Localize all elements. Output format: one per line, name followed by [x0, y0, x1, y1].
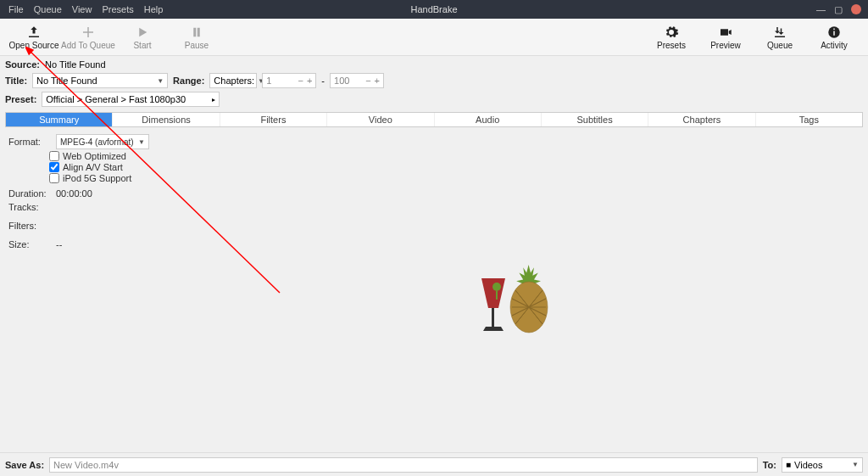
- download-queue-icon: [772, 24, 787, 41]
- upload-icon: [26, 24, 42, 41]
- plus-icon[interactable]: +: [375, 76, 380, 86]
- pause-label: Pause: [185, 41, 209, 50]
- chapter-end-value: 100: [334, 76, 349, 86]
- chevron-down-icon: ▼: [157, 77, 164, 85]
- range-label: Range:: [173, 76, 204, 86]
- svg-rect-2: [833, 29, 835, 31]
- duration-label: Duration:: [8, 188, 49, 199]
- tab-bar: Summary Dimensions Filters Video Audio S…: [5, 112, 863, 127]
- tab-tags[interactable]: Tags: [756, 113, 862, 126]
- presets-button[interactable]: Presets: [644, 24, 698, 50]
- window-title: HandBrake: [410, 4, 457, 14]
- saveas-input[interactable]: New Video.m4v: [49, 457, 758, 473]
- svg-rect-3: [492, 308, 494, 327]
- open-source-button[interactable]: Open Source: [7, 24, 61, 50]
- size-label: Size:: [8, 239, 49, 249]
- camera-icon: ■: [786, 460, 791, 469]
- saveas-filename: New Video.m4v: [53, 460, 119, 470]
- tracks-label: Tracks:: [8, 202, 49, 212]
- tab-audio[interactable]: Audio: [435, 113, 542, 126]
- play-icon: [135, 24, 150, 41]
- destination-value: Videos: [794, 460, 822, 470]
- ipod-5g-checkbox[interactable]: iPod 5G Support: [49, 173, 860, 183]
- ipod-5g-label: iPod 5G Support: [63, 173, 131, 183]
- title-dropdown[interactable]: No Title Found ▼: [32, 73, 168, 88]
- chapter-end-input[interactable]: 100 −+: [330, 73, 384, 88]
- preview-label: Preview: [710, 41, 741, 50]
- svg-rect-5: [496, 291, 498, 300]
- preview-thumbnail: [475, 263, 559, 339]
- main-menu: File Queue View Presets Help: [0, 4, 163, 14]
- activity-label: Activity: [821, 41, 848, 50]
- format-label: Format:: [8, 137, 49, 147]
- size-value: --: [56, 239, 62, 249]
- pause-icon: [189, 24, 204, 41]
- to-label: To:: [763, 460, 776, 470]
- chevron-down-icon: ▼: [138, 138, 145, 146]
- web-optimized-label: Web Optimized: [63, 151, 126, 161]
- chapter-start-value: 1: [266, 76, 271, 86]
- source-value: No Title Found: [45, 59, 106, 70]
- open-source-label: Open Source: [9, 41, 59, 50]
- pause-button[interactable]: Pause: [170, 24, 224, 50]
- tab-subtitles[interactable]: Subtitles: [542, 113, 648, 126]
- minimize-icon[interactable]: —: [816, 4, 826, 14]
- gear-icon: [664, 24, 679, 41]
- saveas-label: Save As:: [5, 460, 44, 470]
- minus-icon[interactable]: −: [298, 76, 303, 86]
- maximize-icon[interactable]: ▢: [834, 4, 843, 15]
- titlebar: File Queue View Presets Help HandBrake —…: [0, 0, 868, 19]
- source-label: Source:: [5, 59, 40, 70]
- tab-summary[interactable]: Summary: [6, 113, 113, 126]
- camera-icon: [718, 24, 733, 41]
- presets-label: Presets: [657, 41, 686, 50]
- info-icon: [826, 24, 842, 41]
- start-label: Start: [133, 41, 151, 50]
- chevron-down-icon: ▼: [852, 461, 859, 468]
- minus-icon[interactable]: −: [365, 76, 370, 86]
- tab-video[interactable]: Video: [327, 113, 434, 126]
- duration-value: 00:00:00: [56, 188, 92, 199]
- add-to-queue-button[interactable]: Add To Queue: [61, 24, 115, 50]
- chevron-right-icon: ▸: [212, 96, 215, 104]
- plus-icon[interactable]: +: [307, 76, 312, 86]
- range-dropdown[interactable]: Chapters: ▼: [209, 73, 257, 88]
- svg-point-4: [492, 283, 501, 291]
- range-dash: -: [321, 76, 325, 86]
- add-to-queue-label: Add To Queue: [61, 41, 115, 50]
- tab-chapters[interactable]: Chapters: [648, 113, 755, 126]
- filters-label: Filters:: [8, 221, 49, 231]
- web-optimized-checkbox[interactable]: Web Optimized: [49, 151, 860, 161]
- chapter-start-input[interactable]: 1 −+: [262, 73, 316, 88]
- plus-icon: [81, 24, 96, 41]
- summary-panel: Format: MPEG-4 (avformat) ▼ Web Optimize…: [0, 127, 868, 256]
- menu-help[interactable]: Help: [144, 4, 164, 14]
- activity-button[interactable]: Activity: [807, 24, 861, 50]
- align-av-label: Align A/V Start: [63, 162, 123, 172]
- preset-value: Official > General > Fast 1080p30: [46, 94, 186, 104]
- title-value: No Title Found: [36, 76, 97, 86]
- toolbar: Open Source Add To Queue Start Pause Pre…: [0, 19, 868, 56]
- preset-dropdown[interactable]: Official > General > Fast 1080p30 ▸: [42, 92, 220, 107]
- destination-dropdown[interactable]: ■ Videos ▼: [782, 457, 863, 473]
- start-button[interactable]: Start: [115, 24, 170, 50]
- svg-rect-1: [833, 31, 835, 36]
- tab-dimensions[interactable]: Dimensions: [113, 113, 220, 126]
- menu-file[interactable]: File: [8, 4, 24, 14]
- preview-button[interactable]: Preview: [698, 24, 753, 50]
- format-dropdown[interactable]: MPEG-4 (avformat) ▼: [56, 134, 149, 149]
- menu-presets[interactable]: Presets: [102, 4, 133, 14]
- queue-button[interactable]: Queue: [753, 24, 807, 50]
- align-av-checkbox[interactable]: Align A/V Start: [49, 162, 860, 172]
- close-icon[interactable]: [851, 4, 861, 14]
- save-as-bar: Save As: New Video.m4v To: ■ Videos ▼: [0, 452, 868, 476]
- tab-filters[interactable]: Filters: [220, 113, 327, 126]
- range-value: Chapters:: [214, 76, 254, 86]
- format-value: MPEG-4 (avformat): [60, 137, 134, 147]
- queue-label: Queue: [767, 41, 793, 50]
- title-label: Title:: [5, 76, 27, 86]
- menu-queue[interactable]: Queue: [34, 4, 62, 14]
- menu-view[interactable]: View: [72, 4, 92, 14]
- preset-label: Preset:: [5, 94, 36, 104]
